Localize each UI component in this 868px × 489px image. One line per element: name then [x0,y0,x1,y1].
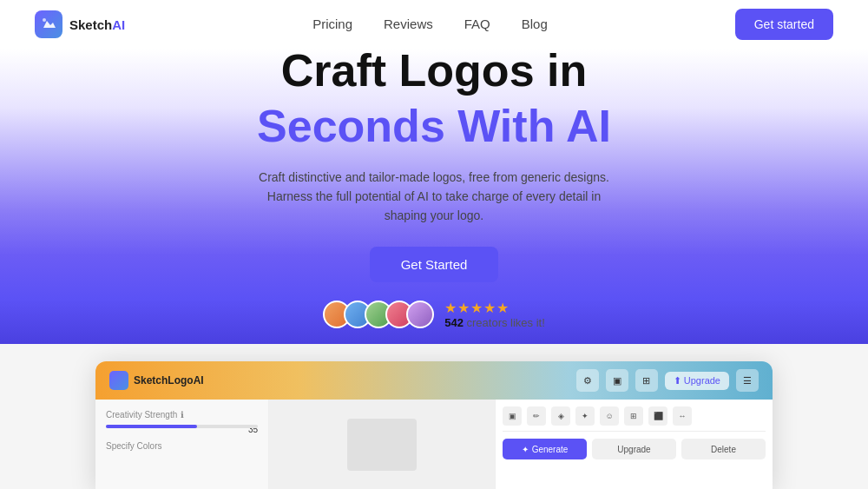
app-sidebar: Creativity Strength ℹ 35 Specify Colors [95,400,269,489]
nav-links: Pricing Reviews FAQ Blog [312,17,548,32]
hero-subtitle: Craft distinctive and tailor-made logos,… [252,168,616,226]
app-window: SketchLogoAI ⚙ ▣ ⊞ ⬆ Upgrade ☰ Creativit… [95,361,773,489]
app-logo-icon [109,371,128,390]
toolbar-icon-star[interactable]: ✦ [575,406,595,426]
generate-icon: ✦ [522,445,529,454]
navbar: SketchAI Pricing Reviews FAQ Blog Get st… [0,0,868,49]
creativity-label: Creativity Strength ℹ [106,410,258,420]
nav-faq[interactable]: FAQ [464,17,490,31]
stars: ★★★★★ [444,300,510,316]
hero-cta-button[interactable]: Get Started [370,247,499,282]
app-body: Creativity Strength ℹ 35 Specify Colors … [95,400,773,489]
app-logo-text: SketchLogoAI [134,374,204,387]
toolbar-actions: ✦ Generate Upgrade Delete [503,439,766,459]
canvas-content [347,419,417,471]
upgrade-button[interactable]: ⬆ Upgrade [665,372,729,390]
logo-icon [35,10,62,38]
hero-title-line1: Craft Logos in [281,46,587,96]
app-preview-section: SketchLogoAI ⚙ ▣ ⊞ ⬆ Upgrade ☰ Creativit… [0,344,868,489]
toolbar-icon-resize[interactable]: ↔ [673,406,692,426]
avatar [406,301,434,328]
app-canvas [269,400,495,489]
grid-icon-btn[interactable]: ▣ [606,369,628,392]
creator-count: 542 creators likes it! [444,316,545,329]
toolbar-icon-pen[interactable]: ✏ [527,406,546,426]
social-proof: ★★★★★ 542 creators likes it! [323,300,545,329]
toolbar-icon-grid[interactable]: ⊞ [624,406,643,426]
logo-text: SketchAI [69,17,125,32]
toolbar-upgrade-button[interactable]: Upgrade [592,439,676,459]
nav-pricing[interactable]: Pricing [312,17,352,31]
stars-count: ★★★★★ 542 creators likes it! [444,300,545,329]
app-toolbar: ▣ ✏ ◈ ✦ ☺ ⊞ ⬛ ↔ ✦ Generate Upgrade Delet… [495,400,773,489]
toolbar-delete-button[interactable]: Delete [681,439,766,459]
colors-label: Specify Colors [106,441,258,451]
logo[interactable]: SketchAI [35,10,125,38]
nav-blog[interactable]: Blog [522,17,548,31]
toolbar-icon-shape[interactable]: ◈ [551,406,570,426]
toolbar-icon-fill[interactable]: ⬛ [648,406,667,426]
menu-icon-btn[interactable]: ☰ [736,369,759,392]
app-header: SketchLogoAI ⚙ ▣ ⊞ ⬆ Upgrade ☰ [95,361,773,400]
creativity-slider[interactable] [106,425,258,428]
hero-section: Craft Logos in Seconds With AI Craft dis… [0,49,868,344]
toolbar-icons: ▣ ✏ ◈ ✦ ☺ ⊞ ⬛ ↔ [503,406,766,432]
toolbar-icon-rect[interactable]: ▣ [503,406,522,426]
hero-title-line2: Seconds With AI [257,99,611,153]
avatars [323,301,434,328]
generate-button[interactable]: ✦ Generate [503,439,587,459]
settings-icon-btn[interactable]: ⚙ [576,369,599,392]
app-logo: SketchLogoAI [109,371,204,390]
slider-fill [106,425,197,428]
app-header-icons: ⚙ ▣ ⊞ ⬆ Upgrade ☰ [576,369,759,392]
info-icon: ℹ [181,410,184,420]
layout-icon-btn[interactable]: ⊞ [635,369,658,392]
toolbar-icon-emoji[interactable]: ☺ [600,406,619,426]
nav-reviews[interactable]: Reviews [384,17,433,31]
get-started-button[interactable]: Get started [735,9,833,40]
svg-point-0 [43,18,46,22]
